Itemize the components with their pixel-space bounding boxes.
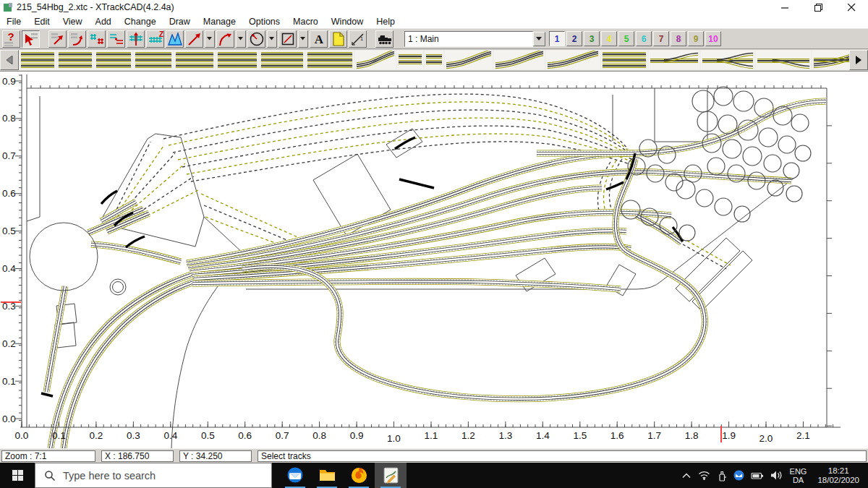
volume-icon[interactable] bbox=[770, 470, 783, 481]
thunderbird-tray-icon[interactable] bbox=[733, 470, 744, 481]
hotbar-item-straight-track-7[interactable] bbox=[260, 51, 305, 69]
layer-button-5[interactable]: 5 bbox=[618, 31, 634, 46]
wifi-icon[interactable] bbox=[698, 471, 710, 480]
ruler-tool-button[interactable]: 1 bbox=[349, 30, 367, 48]
layer-button-7[interactable]: 7 bbox=[653, 31, 669, 46]
taskbar-app-xtrackcad[interactable] bbox=[375, 463, 407, 488]
menu-add[interactable]: Add bbox=[89, 15, 118, 28]
menu-draw[interactable]: Draw bbox=[163, 15, 197, 28]
svg-text:1.5: 1.5 bbox=[573, 430, 587, 441]
status-bar: Zoom : 7:1 X : 186.750 Y : 34.250 Select… bbox=[0, 448, 868, 463]
battery-icon[interactable] bbox=[751, 471, 764, 481]
hotbar-item-curved-track-13[interactable] bbox=[494, 51, 545, 69]
hotbar-item-curved-track-9[interactable] bbox=[355, 51, 396, 69]
note-tool-button[interactable] bbox=[329, 30, 347, 48]
windows-taskbar: Type here to search bbox=[0, 463, 868, 488]
svg-text:0.9: 0.9 bbox=[350, 430, 364, 441]
shape-tool-button[interactable] bbox=[278, 30, 297, 48]
tool-dropdown-icon[interactable] bbox=[267, 30, 277, 48]
svg-text:?: ? bbox=[7, 31, 14, 43]
tool-dropdown-icon[interactable] bbox=[236, 30, 246, 48]
svg-text:0.4: 0.4 bbox=[163, 430, 177, 441]
toolbar-separator bbox=[394, 30, 401, 48]
join-tool-button[interactable] bbox=[88, 30, 106, 48]
menu-view[interactable]: View bbox=[56, 15, 89, 28]
profz-tool-button[interactable]: Z bbox=[146, 30, 164, 48]
tray-expand-chevron-icon[interactable] bbox=[681, 471, 692, 480]
hotbar-scroll-left-button[interactable] bbox=[0, 50, 19, 70]
search-input[interactable]: Type here to search bbox=[35, 463, 272, 488]
menu-options[interactable]: Options bbox=[242, 15, 286, 28]
hotbar-scroll-right-button[interactable] bbox=[849, 50, 868, 70]
hotbar-item-turnout-left-16[interactable] bbox=[649, 51, 699, 69]
hotbar-item-turnout-right-18[interactable] bbox=[756, 51, 811, 69]
x-coordinate: X : 186.750 bbox=[101, 450, 174, 462]
hotbar-item-straight-track-8[interactable] bbox=[306, 51, 354, 69]
hotbar-item-tiny-straight-track-11[interactable] bbox=[425, 51, 443, 69]
window-title: 215_54Hbg_2.xtc - XTrackCAD(4.2.4a) bbox=[17, 2, 768, 12]
menu-help[interactable]: Help bbox=[370, 15, 401, 28]
language-indicator[interactable]: ENGDA bbox=[790, 467, 807, 484]
hotbar-item-three-way-turnout-17[interactable] bbox=[701, 51, 754, 69]
taskbar-app-file-explorer[interactable] bbox=[311, 463, 343, 488]
taskbar-app-thunderbird[interactable] bbox=[279, 463, 311, 488]
connect-tool-button[interactable] bbox=[107, 30, 125, 48]
minimize-button[interactable] bbox=[768, 0, 801, 14]
svg-text:1.7: 1.7 bbox=[647, 430, 661, 441]
usb-icon[interactable] bbox=[717, 470, 727, 481]
circle-tool-button[interactable] bbox=[247, 30, 265, 48]
move-tool-button[interactable] bbox=[48, 30, 67, 48]
hotbar-item-curved-track-12[interactable] bbox=[445, 51, 493, 69]
text-tool-button[interactable]: A bbox=[310, 30, 328, 48]
hotbar-item-straight-track-1[interactable] bbox=[20, 51, 56, 69]
menu-change[interactable]: Change bbox=[118, 15, 163, 28]
straight-tool-button[interactable] bbox=[185, 30, 203, 48]
svg-text:1.0: 1.0 bbox=[387, 433, 401, 444]
layer-combobox-value: 1 : Main bbox=[404, 31, 533, 47]
elevation-tool-button[interactable] bbox=[127, 30, 145, 48]
menu-macro[interactable]: Macro bbox=[286, 15, 325, 28]
layer-button-3[interactable]: 3 bbox=[584, 31, 600, 46]
layer-button-6[interactable]: 6 bbox=[636, 31, 652, 46]
thunderbird-icon bbox=[286, 466, 305, 484]
layer-combobox[interactable]: 1 : Main bbox=[404, 31, 545, 47]
layer-button-4[interactable]: 4 bbox=[601, 31, 617, 46]
hotbar-item-straight-track-4[interactable] bbox=[134, 51, 173, 69]
menu-manage[interactable]: Manage bbox=[197, 15, 242, 28]
firefox-icon bbox=[350, 466, 368, 484]
hotbar-item-straight-track-5[interactable] bbox=[174, 51, 215, 69]
profile-tool-button[interactable] bbox=[166, 30, 184, 48]
layer-combobox-dropdown-icon[interactable] bbox=[533, 32, 545, 46]
describe-tool-button[interactable]: ? bbox=[2, 30, 20, 48]
train-tool-button[interactable] bbox=[375, 30, 393, 48]
layer-button-2[interactable]: 2 bbox=[566, 31, 582, 46]
curve-tool-button[interactable] bbox=[216, 30, 234, 48]
hotbar-item-straight-track-2[interactable] bbox=[57, 51, 93, 69]
layer-button-10[interactable]: 10 bbox=[705, 31, 721, 46]
menu-edit[interactable]: Edit bbox=[27, 15, 56, 28]
hotbar-item-short-straight-track-10[interactable] bbox=[397, 51, 423, 69]
hotbar-item-straight-track-15[interactable] bbox=[601, 51, 647, 69]
select-tool-button[interactable] bbox=[22, 30, 40, 48]
layout-canvas[interactable]: 0.90.80.70.60.50.40.30.20.10.00.00.10.20… bbox=[0, 72, 868, 448]
hotbar-item-straight-track-6[interactable] bbox=[216, 51, 258, 69]
layer-button-9[interactable]: 9 bbox=[688, 31, 704, 46]
menu-file[interactable]: File bbox=[0, 15, 27, 28]
rotate-tool-button[interactable] bbox=[68, 30, 86, 48]
layer-button-8[interactable]: 8 bbox=[671, 31, 686, 46]
svg-text:1.8: 1.8 bbox=[685, 430, 699, 441]
hotbar-item-curved-crossing-19[interactable] bbox=[812, 51, 849, 69]
tool-dropdown-icon[interactable] bbox=[298, 30, 308, 48]
svg-text:0.6: 0.6 bbox=[238, 430, 252, 441]
close-button[interactable] bbox=[835, 0, 868, 14]
hotbar-item-straight-track-3[interactable] bbox=[95, 51, 132, 69]
tool-dropdown-icon[interactable] bbox=[205, 30, 215, 48]
layer-button-1[interactable]: 1 bbox=[549, 31, 565, 46]
hotbar-item-curved-track-14[interactable] bbox=[546, 51, 600, 69]
start-button[interactable] bbox=[0, 463, 35, 488]
taskbar-app-firefox[interactable] bbox=[343, 463, 375, 488]
menu-window[interactable]: Window bbox=[325, 15, 370, 28]
clock[interactable]: 18:2118/02/2020 bbox=[817, 466, 859, 485]
restore-button[interactable] bbox=[801, 0, 835, 14]
search-icon bbox=[44, 470, 56, 481]
